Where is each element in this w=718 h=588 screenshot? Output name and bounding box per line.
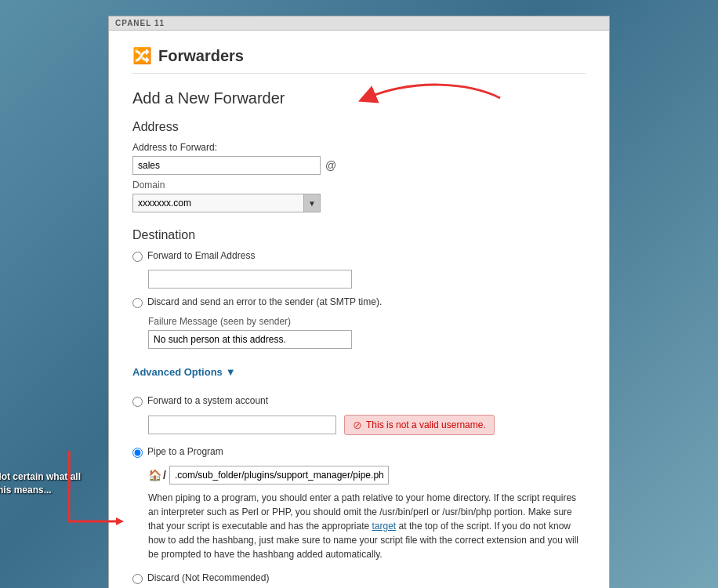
bracket-arrow-annotation	[61, 443, 124, 537]
cpanel-bar: CPANEL 11	[109, 16, 609, 31]
domain-label: Domain	[132, 180, 586, 191]
discard-error-label[interactable]: Discard and send an error to the sender …	[147, 296, 382, 307]
discard-label[interactable]: Discard (Not Recommended)	[147, 572, 269, 583]
home-icon: 🏠	[148, 469, 161, 481]
system-account-row: ⊘ This is not a valid username.	[148, 415, 586, 435]
forward-email-option: Forward to Email Address	[132, 250, 586, 262]
failure-message-input[interactable]	[148, 330, 352, 349]
forward-email-radio[interactable]	[132, 252, 143, 262]
target-link[interactable]: target	[372, 521, 397, 532]
destination-section: Destination Forward to Email Address Dis…	[132, 228, 586, 349]
at-symbol: @	[325, 159, 336, 172]
system-account-radio[interactable]	[132, 397, 143, 407]
address-to-forward-label: Address to Forward:	[132, 142, 586, 153]
discard-option: Discard (Not Recommended)	[132, 572, 586, 584]
system-account-input[interactable]	[148, 416, 336, 434]
advanced-options-label: Advanced Options	[132, 366, 223, 378]
pipe-program-label[interactable]: Pipe to a Program	[147, 446, 223, 457]
failure-message-label: Failure Message (seen by sender)	[148, 316, 586, 327]
address-row: @	[132, 156, 586, 175]
section-title-area: Add a New Forwarder	[132, 89, 586, 107]
discard-radio[interactable]	[132, 574, 143, 584]
pipe-description: When piping to a program, you should ent…	[148, 491, 586, 561]
error-message-text: This is not a valid username.	[366, 419, 486, 430]
discard-error-radio[interactable]	[132, 298, 143, 308]
advanced-options-arrow-icon: ▼	[226, 366, 236, 378]
destination-heading: Destination	[132, 228, 586, 242]
advanced-section: Forward to a system account ⊘ This is no…	[132, 395, 586, 584]
error-badge: ⊘ This is not a valid username.	[344, 415, 495, 435]
svg-marker-0	[116, 517, 124, 525]
slash-symbol: /	[163, 469, 166, 481]
page-header: 🔀 Forwarders	[132, 46, 586, 74]
address-input[interactable]	[132, 156, 321, 175]
pipe-program-radio[interactable]	[132, 448, 143, 458]
address-heading: Address	[132, 120, 586, 134]
page-title: Forwarders	[158, 47, 244, 65]
advanced-options-toggle[interactable]: Advanced Options ▼	[132, 366, 236, 378]
domain-select[interactable]: xxxxxxx.com	[132, 194, 321, 212]
domain-select-wrapper: xxxxxxx.com ▼	[132, 194, 321, 212]
add-forwarder-heading: Add a New Forwarder	[132, 89, 586, 107]
discard-error-option: Discard and send an error to the sender …	[132, 296, 586, 308]
error-icon: ⊘	[353, 419, 362, 431]
forward-email-label[interactable]: Forward to Email Address	[147, 250, 255, 261]
system-account-label[interactable]: Forward to a system account	[147, 395, 268, 406]
home-dir-row: 🏠 /	[148, 466, 586, 485]
pipe-program-option: Pipe to a Program	[132, 446, 586, 458]
system-account-option: Forward to a system account	[132, 395, 586, 407]
email-forward-input[interactable]	[148, 270, 352, 289]
pipe-program-input[interactable]	[169, 466, 389, 485]
forwarder-icon: 🔀	[132, 46, 152, 65]
